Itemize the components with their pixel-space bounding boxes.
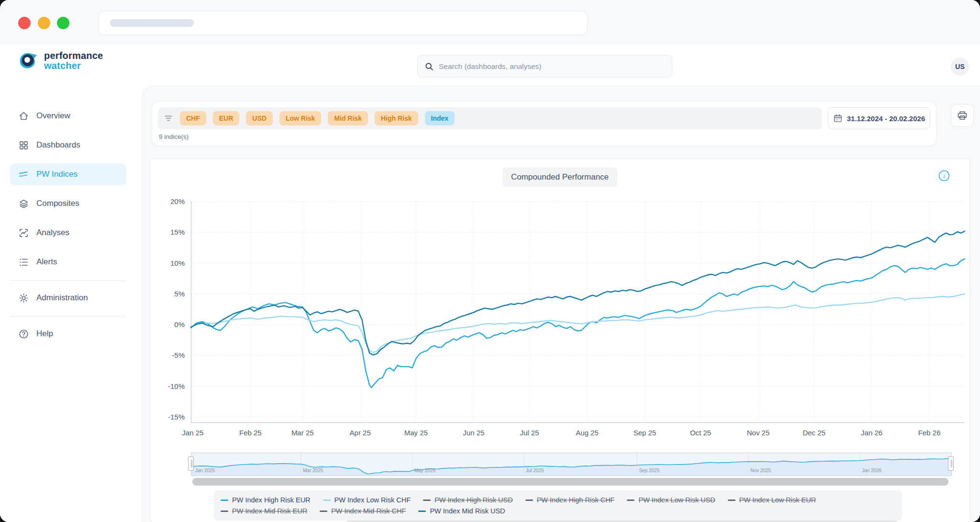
legend-item-pw-index-high-risk-usd[interactable]: PW Index High Risk USD [423, 496, 513, 504]
y-axis-tick-label: 15% [150, 228, 185, 236]
filter-chip-low-risk[interactable]: Low Risk [279, 111, 321, 125]
minimap-tick-label: Jan 2026 [862, 468, 881, 473]
sidebar-item-administration[interactable]: Administration [10, 287, 126, 309]
sidebar-item-dashboards[interactable]: Dashboards [10, 134, 126, 156]
help-icon [18, 329, 29, 340]
minimap-tick-label: Mar 2025 [303, 468, 323, 473]
x-axis-tick-label: Feb 25 [229, 429, 272, 437]
legend-dash [221, 499, 228, 501]
performance-line-chart [191, 202, 965, 423]
sidebar-item-label: Composites [36, 199, 79, 208]
legend-item-pw-index-high-risk-eur[interactable]: PW Index High Risk EUR [221, 496, 311, 504]
minimap-tick-label: Jul 2025 [526, 468, 544, 473]
logo-eye-icon [17, 51, 39, 71]
sidebar-item-help[interactable]: Help [10, 323, 126, 345]
legend-label: PW Index Low Risk USD [638, 496, 715, 504]
y-axis-tick-label: -10% [150, 382, 185, 390]
sidebar-item-label: Dashboards [36, 140, 80, 150]
address-placeholder [110, 19, 194, 27]
x-axis-tick-label: Nov 25 [737, 429, 780, 437]
home-icon [18, 111, 29, 122]
legend-item-pw-index-low-risk-usd[interactable]: PW Index Low Risk USD [627, 496, 715, 504]
sidebar-item-analyses[interactable]: Analyses [10, 222, 126, 244]
y-axis-tick-label: 10% [150, 259, 185, 267]
legend-label: PW Index Low Risk EUR [739, 496, 816, 504]
x-axis-tick-label: Feb 26 [908, 429, 951, 437]
legend-dash [525, 499, 533, 501]
sidebar-item-pw-indices[interactable]: PW Indices [10, 163, 126, 185]
horizontal-scrollbar[interactable] [192, 478, 948, 486]
alerts-icon [18, 257, 29, 268]
sidebar-item-alerts[interactable]: Alerts [10, 251, 126, 273]
legend-item-pw-index-low-risk-chf[interactable]: PW Index Low Risk CHF [323, 496, 411, 504]
x-axis-tick-label: Mar 25 [281, 429, 324, 437]
info-icon[interactable]: i [938, 170, 950, 182]
legend-label: PW Index Mid Risk CHF [331, 507, 406, 515]
minimap-tick-label: Jan 2025 [195, 468, 215, 473]
filter-chip-high-risk[interactable]: High Risk [375, 111, 418, 125]
sidebar-item-label: Analyses [36, 228, 69, 238]
sidebar-item-composites[interactable]: Composites [10, 193, 126, 215]
global-search-input[interactable]: Search (dashboards, analyses) [417, 55, 672, 78]
sidebar-item-overview[interactable]: Overview [10, 105, 126, 127]
filter-chip-index[interactable]: Index [425, 111, 455, 125]
filter-card: CHFEURUSDLow RiskMid RiskHigh RiskIndex … [152, 101, 936, 146]
range-handle-left[interactable] [188, 456, 194, 471]
series-pw-index-mid-risk-usd [191, 231, 965, 355]
sidebar-item-label: Overview [36, 111, 70, 121]
legend-dash [627, 499, 635, 501]
filter-icon[interactable] [164, 113, 173, 123]
filter-chip-mid-risk[interactable]: Mid Risk [328, 111, 368, 125]
x-axis-tick-label: Sep 25 [623, 429, 666, 437]
legend-dash [320, 511, 327, 512]
sidebar-item-label: Alerts [36, 257, 57, 267]
filter-chips: CHFEURUSDLow RiskMid RiskHigh RiskIndex [180, 111, 455, 125]
legend-item-pw-index-mid-risk-chf[interactable]: PW Index Mid Risk CHF [320, 507, 406, 515]
main-content: CHFEURUSDLow RiskMid RiskHigh RiskIndex … [142, 85, 980, 522]
legend-dash [221, 511, 228, 512]
x-axis-tick-label: Apr 25 [339, 429, 382, 437]
y-axis-tick-label: -5% [150, 351, 185, 359]
legend-label: PW Index Low Risk CHF [334, 496, 411, 504]
minimize-window-button[interactable] [38, 17, 50, 29]
gear-icon [18, 293, 29, 304]
chart-title: Compounded Performance [502, 168, 617, 187]
app-header: performance watcher Search (dashboards, … [0, 45, 980, 85]
y-axis-tick-label: -15% [150, 413, 185, 421]
filter-chip-chf[interactable]: CHF [180, 111, 206, 125]
legend-item-pw-index-high-risk-chf[interactable]: PW Index High Risk CHF [525, 496, 615, 504]
search-placeholder: Search (dashboards, analyses) [439, 62, 542, 71]
calendar-icon [833, 113, 843, 123]
x-axis-tick-label: Jan 26 [850, 429, 893, 437]
indice-count: 9 indice(s) [159, 133, 189, 140]
filter-chip-usd[interactable]: USD [246, 111, 273, 125]
chart-card: Compounded Performance i PW Index High R… [150, 159, 970, 522]
legend-dash [728, 499, 735, 501]
filter-strip: CHFEURUSDLow RiskMid RiskHigh RiskIndex [158, 107, 822, 129]
address-bar[interactable] [98, 11, 588, 35]
legend-label: PW Index High Risk CHF [537, 496, 615, 504]
minimap-tick-label: Nov 2025 [750, 468, 771, 473]
print-button[interactable] [951, 104, 974, 127]
x-axis-tick-label: Jul 25 [508, 429, 551, 437]
legend-item-pw-index-low-risk-eur[interactable]: PW Index Low Risk EUR [728, 496, 816, 504]
user-avatar[interactable]: US [951, 57, 969, 76]
x-axis-tick-label: May 25 [394, 429, 437, 437]
series-pw-index-low-risk-chf [191, 294, 965, 352]
legend-item-pw-index-mid-risk-usd[interactable]: PW Index Mid Risk USD [418, 507, 505, 515]
y-axis-tick-label: 5% [150, 290, 185, 298]
date-range-button[interactable]: 31.12.2024 - 20.02.2026 [828, 107, 930, 129]
grid-icon [18, 140, 29, 151]
sidebar-divider [10, 280, 126, 281]
x-axis-tick-label: Aug 25 [566, 429, 609, 437]
sidebar-item-label: PW Indices [36, 170, 78, 179]
legend-item-pw-index-mid-risk-eur[interactable]: PW Index Mid Risk EUR [221, 507, 307, 515]
zoom-window-button[interactable] [57, 17, 69, 29]
range-handle-right[interactable] [948, 456, 954, 471]
filter-chip-eur[interactable]: EUR [213, 111, 240, 125]
logo-text: performance watcher [44, 51, 103, 71]
app-logo[interactable]: performance watcher [17, 51, 103, 71]
close-window-button[interactable] [18, 17, 31, 29]
x-axis-tick-label: Jun 25 [452, 429, 495, 437]
legend-dash [323, 499, 331, 501]
